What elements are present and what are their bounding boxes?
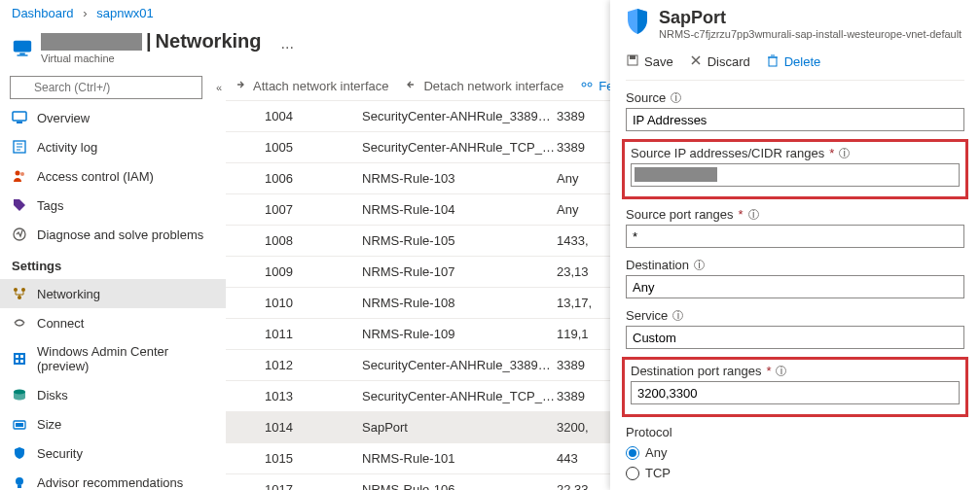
sidebar-item-label: Size — [37, 417, 61, 432]
svg-point-14 — [18, 296, 21, 299]
svg-point-25 — [582, 83, 586, 87]
source-port-input[interactable] — [626, 225, 964, 248]
rule-priority: 1009 — [226, 264, 362, 279]
rule-name: NRMS-Rule-106 — [362, 482, 557, 490]
feedback-button[interactable]: Fe — [579, 78, 613, 94]
source-label: Source — [626, 90, 666, 105]
sidebar-item-label: Access control (IAM) — [37, 169, 154, 184]
dest-port-label: Destination port ranges — [631, 364, 761, 378]
sidebar-section-settings: Settings — [0, 249, 226, 279]
shield-icon — [12, 445, 27, 461]
redacted-ip — [635, 167, 717, 182]
svg-rect-15 — [14, 353, 25, 365]
protocol-any-radio[interactable]: Any — [626, 442, 964, 463]
panel-title: SapPort — [659, 8, 962, 28]
info-icon[interactable]: i — [748, 209, 759, 220]
dest-port-input[interactable] — [631, 381, 960, 404]
rule-name: NRMS-Rule-101 — [362, 451, 557, 466]
rule-name: SecurityCenter-ANHRule_TCP_In… — [362, 140, 557, 155]
people-icon — [12, 168, 27, 184]
breadcrumb-current[interactable]: sapnwx01 — [96, 6, 154, 20]
info-icon[interactable]: i — [694, 260, 705, 270]
vm-icon — [12, 37, 33, 58]
rule-priority: 1015 — [226, 451, 362, 466]
sidebar-item-label: Windows Admin Center (preview) — [37, 344, 214, 373]
svg-point-9 — [16, 171, 20, 176]
sidebar-item-admin-center[interactable]: Windows Admin Center (preview) — [0, 337, 226, 380]
admin-icon — [12, 351, 27, 367]
sidebar-item-disks[interactable]: Disks — [0, 380, 226, 409]
svg-rect-24 — [18, 485, 21, 488]
detach-interface-button[interactable]: Detach network interface — [404, 78, 563, 94]
sidebar-item-label: Advisor recommendations — [37, 475, 183, 490]
rule-name: SecurityCenter-ANHRule_TCP_In… — [362, 389, 557, 403]
info-icon[interactable]: i — [672, 310, 683, 321]
rule-priority: 1017 — [226, 482, 362, 490]
sidebar-item-iam[interactable]: Access control (IAM) — [0, 161, 226, 191]
info-icon[interactable]: i — [776, 366, 786, 376]
svg-point-23 — [16, 477, 23, 485]
rule-priority: 1011 — [226, 327, 362, 341]
rule-priority: 1010 — [226, 296, 362, 310]
rule-priority: 1004 — [226, 109, 362, 123]
sidebar-item-advisor[interactable]: Advisor recommendations — [0, 468, 226, 490]
rule-name: SecurityCenter-ANHRule_3389_T… — [362, 109, 557, 123]
panel-subtitle: NRMS-c7fjzrzu7pp3wmurali-sap-install-wes… — [659, 28, 962, 40]
info-icon[interactable]: i — [671, 92, 681, 103]
sidebar-item-label: Activity log — [37, 140, 97, 155]
svg-rect-22 — [16, 423, 23, 427]
rule-priority: 1014 — [226, 420, 362, 435]
detach-icon — [404, 78, 417, 94]
source-input[interactable] — [626, 108, 964, 131]
service-label: Service — [626, 308, 668, 323]
sidebar-item-networking[interactable]: Networking — [0, 279, 226, 308]
rule-name: NRMS-Rule-109 — [362, 327, 557, 341]
sidebar-item-label: Tags — [37, 198, 63, 213]
more-button[interactable]: ··· — [273, 39, 302, 56]
monitor-icon — [12, 110, 27, 125]
tag-icon — [12, 197, 27, 213]
discard-button[interactable]: Discard — [689, 53, 750, 70]
sidebar-item-connect[interactable]: Connect — [0, 308, 226, 337]
sidebar-item-activity-log[interactable]: Activity log — [0, 132, 226, 161]
advisor-icon — [12, 474, 27, 490]
delete-button[interactable]: Delete — [766, 53, 821, 70]
save-button[interactable]: Save — [626, 53, 673, 70]
sidebar-item-label: Diagnose and solve problems — [37, 228, 203, 242]
save-icon — [626, 53, 639, 70]
connect-icon — [12, 315, 27, 331]
network-icon — [12, 286, 27, 301]
svg-rect-18 — [16, 360, 18, 363]
sidebar-item-label: Security — [37, 446, 83, 461]
rule-details-panel: SapPort NRMS-c7fjzrzu7pp3wmurali-sap-ins… — [610, 0, 980, 490]
sidebar-item-diagnose[interactable]: Diagnose and solve problems — [0, 220, 226, 249]
rule-name: NRMS-Rule-104 — [362, 202, 557, 217]
breadcrumb-root[interactable]: Dashboard — [12, 6, 74, 20]
service-input[interactable] — [626, 326, 964, 349]
destination-input[interactable] — [626, 275, 964, 298]
highlight-source-ip: Source IP addresses/CIDR ranges * i — [622, 139, 968, 199]
sidebar: 🔍 « Overview Activity log Access control… — [0, 68, 226, 490]
sidebar-item-label: Overview — [37, 111, 90, 125]
svg-rect-19 — [20, 360, 23, 363]
sidebar-item-size[interactable]: Size — [0, 409, 226, 438]
svg-rect-16 — [16, 355, 18, 358]
sidebar-item-overview[interactable]: Overview — [0, 103, 226, 132]
sidebar-item-label: Connect — [37, 316, 84, 331]
rule-priority: 1005 — [226, 140, 362, 155]
sidebar-item-security[interactable]: Security — [0, 438, 226, 468]
attach-interface-button[interactable]: Attach network interface — [234, 78, 388, 94]
info-icon[interactable]: i — [839, 148, 850, 158]
destination-label: Destination — [626, 258, 689, 272]
redacted-vm-name — [41, 33, 142, 51]
page-subtitle: Virtual machine — [41, 52, 262, 64]
rule-name: NRMS-Rule-108 — [362, 296, 557, 310]
sidebar-item-tags[interactable]: Tags — [0, 191, 226, 220]
rule-priority: 1007 — [226, 202, 362, 217]
collapse-button[interactable]: « — [212, 82, 226, 93]
svg-rect-2 — [18, 54, 28, 55]
svg-rect-4 — [17, 122, 22, 123]
protocol-tcp-radio[interactable]: TCP — [626, 463, 964, 483]
search-input[interactable] — [10, 76, 202, 99]
sidebar-item-label: Networking — [37, 287, 100, 301]
